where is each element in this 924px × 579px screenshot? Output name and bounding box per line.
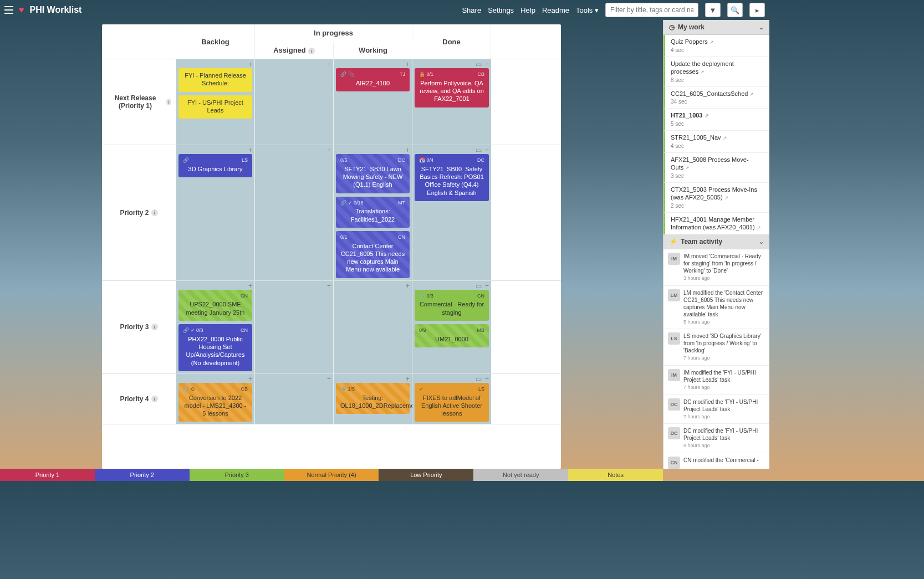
kanban-cell[interactable]: +	[255, 145, 334, 280]
card-assignee: CB	[477, 71, 484, 78]
kanban-card[interactable]: CNUPS22_0000 SME meeting January 25th	[178, 290, 252, 321]
filter-low-priority[interactable]: Low Priority	[379, 469, 473, 481]
kanban-card[interactable]: 🔗 0/3CNCommercial - Ready for staging	[415, 290, 489, 321]
kanban-cell[interactable]: +🔗 1/5Testing: OL18_1000_2DReplacement	[334, 374, 412, 424]
card-meta: 0/1	[340, 234, 348, 241]
add-card-icon[interactable]: +	[406, 375, 410, 383]
add-card-icon[interactable]: +	[485, 146, 489, 154]
kanban-card[interactable]: FYI - Planned Release Schedule:	[178, 68, 252, 92]
activity-item[interactable]: DCDC modified the 'FYI - US/PHI Project …	[663, 424, 769, 453]
kanban-cell[interactable]: +FYI - Planned Release Schedule:FYI - US…	[176, 59, 255, 145]
add-card-icon[interactable]: +	[485, 282, 489, 290]
add-card-icon[interactable]: +	[248, 146, 252, 154]
add-card-icon[interactable]: +	[406, 146, 410, 154]
folder-icon[interactable]: ▭	[476, 282, 482, 290]
folder-icon[interactable]: ▭	[476, 375, 482, 383]
kanban-cell[interactable]: +🔗LS3D Graphics Library	[176, 145, 255, 280]
card-meta: 🔗 📎	[340, 71, 354, 78]
my-work-item[interactable]: STR21_1005_Nav↗4 sec	[663, 131, 769, 153]
nav-readme[interactable]: Readme	[542, 6, 569, 14]
work-item-time: 3 sec	[671, 173, 764, 179]
add-card-icon[interactable]: +	[327, 146, 331, 154]
external-link-icon: ↗	[723, 135, 727, 141]
activity-text: CN modified the 'Commercial -	[683, 457, 759, 463]
add-card-icon[interactable]: +	[248, 60, 252, 68]
activity-item[interactable]: CNCN modified the 'Commercial -	[663, 453, 769, 469]
activity-time: 5 hours ago	[683, 319, 765, 326]
nav-share[interactable]: Share	[462, 6, 481, 14]
add-card-icon[interactable]: +	[248, 375, 252, 383]
kanban-card[interactable]: 🔗LS3D Graphics Library	[178, 154, 252, 177]
my-work-item[interactable]: CTX21_5003 Process Move-Ins (was AFX20_5…	[663, 183, 769, 213]
kanban-cell[interactable]: +0/5DCSFTY21_SB30 Lawn Mowing Safety - N…	[334, 145, 412, 280]
info-icon: i	[151, 324, 158, 330]
my-work-item[interactable]: CC21_6005_ContactsSched↗34 sec	[663, 87, 769, 109]
kanban-cell[interactable]: +🔗 ⊙CBConversion to 2022 model - LMS21_4…	[176, 374, 255, 424]
search-icon[interactable]: 🔍	[727, 3, 743, 17]
activity-item[interactable]: IMIM moved 'Commercial - Ready for stagi…	[663, 249, 769, 286]
filter-normal-priority[interactable]: Normal Priority (4)	[284, 469, 379, 481]
my-work-item[interactable]: Update the deployment processes↗8 sec	[663, 57, 769, 87]
work-item-title: STR21_1005_Nav↗	[671, 134, 764, 142]
kanban-card[interactable]: 🔗 📎TJAIR22_4100	[336, 68, 410, 91]
filter-icon[interactable]: ▼	[705, 3, 721, 17]
team-activity-header[interactable]: ⚡ Team activity ⌄	[663, 234, 769, 249]
nav-help[interactable]: Help	[520, 6, 535, 14]
card-assignee: CN	[398, 234, 405, 241]
menu-icon[interactable]	[4, 6, 13, 14]
add-card-icon[interactable]: +	[327, 282, 331, 290]
add-card-icon[interactable]: +	[485, 375, 489, 383]
folder-icon[interactable]: ▭	[476, 146, 482, 154]
collapse-sidebar-icon[interactable]: ▸	[749, 3, 765, 17]
kanban-cell[interactable]: ▭ +✓LSFIXES to odlModel of English Activ…	[412, 374, 491, 424]
avatar: DC	[668, 398, 680, 411]
kanban-cell[interactable]: +	[255, 281, 334, 373]
filter-not-yet-ready[interactable]: Not yet ready	[473, 469, 568, 481]
add-card-icon[interactable]: +	[485, 60, 489, 68]
add-card-icon[interactable]: +	[406, 60, 410, 68]
kanban-card[interactable]: 0/9MBUM21_0000	[415, 324, 489, 347]
filter-notes[interactable]: Notes	[568, 469, 663, 481]
filter-priority-1[interactable]: Priority 1	[0, 469, 95, 481]
col-backlog: Backlog	[176, 24, 255, 59]
kanban-card[interactable]: 🔗 ✓ 0/16MTTranslations: Facilities1_2022	[336, 197, 410, 228]
my-work-item[interactable]: Quiz Poppers↗4 sec	[663, 35, 769, 57]
info-icon: i	[151, 209, 158, 216]
kanban-card[interactable]: 🔗 1/5Testing: OL18_1000_2DReplacement	[336, 383, 410, 414]
folder-icon[interactable]: ▭	[476, 60, 482, 68]
kanban-card[interactable]: 🔒 0/1CBPerform Pollyvoice, QA review, an…	[415, 68, 489, 107]
kanban-card[interactable]: 0/5DCSFTY21_SB30 Lawn Mowing Safety - NE…	[336, 154, 410, 193]
my-work-item[interactable]: HT21_1003↗5 sec	[663, 109, 769, 131]
add-card-icon[interactable]: +	[327, 60, 331, 68]
activity-item[interactable]: IMIM modified the 'FYI - US/PHI Project …	[663, 366, 769, 395]
add-card-icon[interactable]: +	[327, 375, 331, 383]
filter-priority-2[interactable]: Priority 2	[95, 469, 190, 481]
kanban-cell[interactable]: +🔗 📎TJAIR22_4100	[334, 59, 412, 145]
kanban-cell[interactable]: +	[255, 374, 334, 424]
activity-item[interactable]: LMLM modified the 'Contact Center CC21_6…	[663, 286, 769, 330]
my-work-item[interactable]: AFX21_5008 Process Move-Outs↗3 sec	[663, 153, 769, 183]
kanban-cell[interactable]: +CNUPS22_0000 SME meeting January 25th🔗 …	[176, 281, 255, 373]
add-card-icon[interactable]: +	[406, 282, 410, 290]
my-work-header[interactable]: ◷ My work ⌄	[663, 20, 769, 35]
kanban-card[interactable]: 📅 0/4DCSFTY21_SB00_Safety Basics Refresh…	[415, 154, 489, 201]
kanban-card[interactable]: 🔗 ⊙CBConversion to 2022 model - LMS21_43…	[178, 383, 252, 422]
kanban-cell[interactable]: ▭ +📅 0/4DCSFTY21_SB00_Safety Basics Refr…	[412, 145, 491, 280]
filter-input[interactable]	[605, 3, 698, 17]
my-work-item[interactable]: HFX21_4001 Manage Member Information (wa…	[663, 213, 769, 234]
activity-item[interactable]: DCDC modified the 'FYI - US/PHI Project …	[663, 395, 769, 424]
activity-item[interactable]: LSLS moved '3D Graphics Library' from 'I…	[663, 329, 769, 366]
filter-priority-3[interactable]: Priority 3	[190, 469, 284, 481]
nav-settings[interactable]: Settings	[488, 6, 514, 14]
kanban-cell[interactable]: ▭ +🔗 0/3CNCommercial - Ready for staging…	[412, 281, 491, 373]
kanban-card[interactable]: 🔗 ✓ 0/8CNPHX22_0000 Public Housing Set U…	[178, 324, 252, 371]
kanban-cell[interactable]: ▭ +🔒 0/1CBPerform Pollyvoice, QA review,…	[412, 59, 491, 145]
kanban-card[interactable]: ✓LSFIXES to odlModel of English Active S…	[415, 383, 489, 422]
kanban-cell[interactable]: +	[334, 281, 412, 373]
avatar: LM	[668, 289, 680, 301]
kanban-card[interactable]: 0/1CNContact Center CC21_6005 This needs…	[336, 231, 410, 278]
nav-tools[interactable]: Tools ▾	[576, 6, 599, 14]
add-card-icon[interactable]: +	[248, 282, 252, 290]
kanban-cell[interactable]: +	[255, 59, 334, 145]
kanban-card[interactable]: FYI - US/PHI Project Leads	[178, 95, 252, 119]
